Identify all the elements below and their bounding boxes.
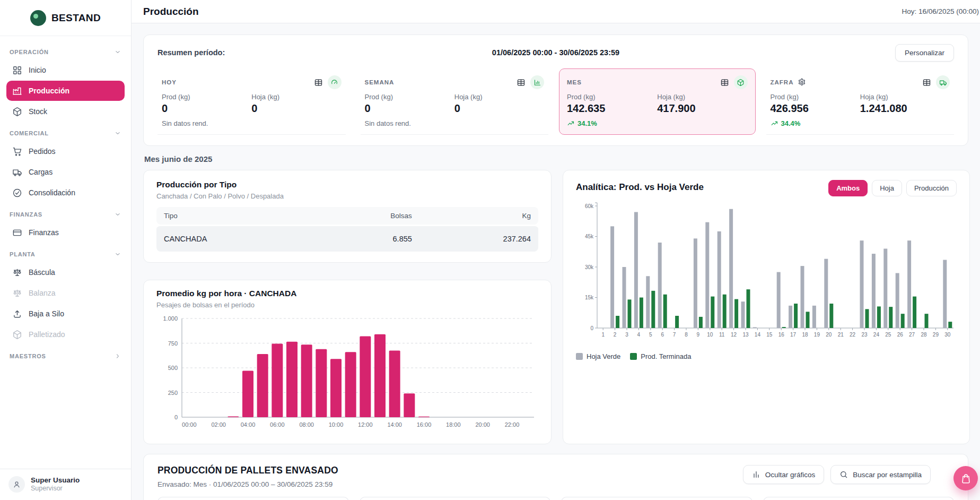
nav-section-finanzas: FINANZASFinanzas <box>6 206 125 243</box>
svg-text:13: 13 <box>742 332 749 338</box>
gauge-icon-badge[interactable] <box>328 75 342 89</box>
scale-icon <box>12 288 22 298</box>
toggle-hoja[interactable]: Hoja <box>872 180 902 196</box>
pallet-card-top <box>360 497 551 500</box>
stat-metric: Prod (kg)0 <box>162 93 251 115</box>
brand-name: BESTAND <box>51 12 101 24</box>
table-row[interactable]: CANCHADA6.855237.264 <box>156 225 538 252</box>
cell-kg: 237.264 <box>419 225 538 252</box>
personalize-button[interactable]: Personalizar <box>895 44 954 62</box>
sidebar-item-finanzas[interactable]: Finanzas <box>6 222 125 243</box>
svg-text:750: 750 <box>168 340 178 347</box>
trend-up-icon <box>771 119 778 127</box>
svg-text:22:00: 22:00 <box>505 421 520 428</box>
svg-text:27: 27 <box>909 332 915 338</box>
left-column: Producción por Tipo Canchada / Con Palo … <box>143 170 552 444</box>
trend-up-icon <box>567 119 575 127</box>
stat-metric-value: 1.241.080 <box>860 102 950 115</box>
stat-metric-label: Hoja (kg) <box>860 93 950 101</box>
sidebar-item-label: Finanzas <box>29 228 59 237</box>
sidebar-item-label: Inicio <box>29 66 46 74</box>
stat-card-mes[interactable]: MESProd (kg)142.635Hoja (kg)417.90034.1% <box>559 68 756 135</box>
stat-period-label: MES <box>567 79 582 85</box>
svg-text:00:00: 00:00 <box>182 421 197 428</box>
tipo-card-subtitle: Canchada / Con Palo / Polvo / Despalada <box>156 192 538 200</box>
svg-text:2: 2 <box>614 332 617 338</box>
sidebar-item-balanza[interactable]: Balanza <box>6 283 125 303</box>
toggle-producción[interactable]: Producción <box>906 180 957 196</box>
fab-bag-button[interactable] <box>953 466 978 490</box>
package-icon <box>12 330 22 340</box>
nav-section-label[interactable]: MAESTROS <box>6 348 125 364</box>
dashboard-grid: Producción por Tipo Canchada / Con Palo … <box>143 170 968 444</box>
sidebar-item-cargas[interactable]: Cargas <box>6 162 125 182</box>
nav-section-title: PLANTA <box>10 251 36 257</box>
analytics-toggle-group: AmbosHojaProducción <box>828 180 957 196</box>
nav-section-label[interactable]: PLANTA <box>6 246 125 262</box>
sidebar-item-pedidos[interactable]: Pedidos <box>6 141 125 161</box>
svg-text:8: 8 <box>685 332 688 338</box>
stat-footnote: 34.1% <box>567 118 748 128</box>
stat-card-hoy[interactable]: HOYProd (kg)0Hoja (kg)0Sin datos rend. <box>158 69 346 135</box>
table-icon <box>720 78 729 87</box>
toggle-ambos[interactable]: Ambos <box>828 180 868 196</box>
chart-icon-badge[interactable] <box>530 75 544 89</box>
svg-text:24: 24 <box>873 332 880 338</box>
trend-value: 34.1% <box>578 119 597 127</box>
pallet-card-top <box>763 497 955 500</box>
hourly-chart-title: Promedio kg por hora · CANCHADA <box>156 289 538 298</box>
table-col-bolsas: Bolsas <box>318 207 419 225</box>
stat-card-zafra[interactable]: ZAFRAProd (kg)426.956Hoja (kg)1.241.0803… <box>766 69 955 135</box>
stat-card-semana[interactable]: SEMANAProd (kg)0Hoja (kg)0Sin datos rend… <box>361 69 549 135</box>
tipo-card-title: Producción por Tipo <box>156 180 538 189</box>
stat-head: SEMANA <box>365 75 545 89</box>
search-stamp-button[interactable]: Buscar por estampilla <box>830 465 931 484</box>
svg-text:16:00: 16:00 <box>417 421 432 428</box>
svg-text:23: 23 <box>861 332 868 338</box>
svg-text:28: 28 <box>921 332 927 338</box>
legend-label: Hoja Verde <box>587 352 620 360</box>
sidebar-item-consolidación[interactable]: Consolidación <box>6 183 125 203</box>
sidebar-item-palletizado[interactable]: Palletizado <box>6 324 125 344</box>
sidebar-item-stock[interactable]: Stock <box>6 101 125 122</box>
pallets-controls: Ocultar gráficos Buscar por estampilla <box>743 465 931 484</box>
svg-text:20: 20 <box>826 332 832 338</box>
chevron-down-icon <box>114 130 121 137</box>
nav-section-label[interactable]: FINANZAS <box>6 206 125 222</box>
table-col-tipo: Tipo <box>156 207 318 225</box>
svg-text:19: 19 <box>814 332 820 338</box>
nav-section-title: FINANZAS <box>10 211 42 218</box>
truck-icon-badge[interactable] <box>936 75 950 89</box>
sidebar-item-baja-a-silo[interactable]: Baja a Silo <box>6 304 125 324</box>
sidebar-item-inicio[interactable]: Inicio <box>6 60 125 80</box>
top-bar: Producción Hoy: 16/06/2025 (00:00) <box>132 0 980 23</box>
table-icon <box>517 78 526 87</box>
stat-actions <box>720 75 748 89</box>
sidebar-item-label: Balanza <box>29 289 56 297</box>
stat-actions <box>314 75 342 89</box>
search-icon <box>839 470 848 479</box>
nav-section-label[interactable]: OPERACIÓN <box>6 44 125 59</box>
stat-metric-value: 142.635 <box>567 102 657 115</box>
legend-swatch <box>576 353 583 360</box>
box-icon-badge[interactable] <box>734 75 748 89</box>
summary-header: Resumen período: 01/06/2025 00:00 - 30/0… <box>158 44 954 62</box>
hide-charts-button[interactable]: Ocultar gráficos <box>743 465 825 484</box>
analytics-grouped-bar-chart: 015k30k45k60k123456789101112131415161718… <box>576 196 957 346</box>
svg-text:0: 0 <box>590 325 593 331</box>
stat-metric-label: Prod (kg) <box>771 93 860 101</box>
stat-footnote: Sin datos rend. <box>365 118 545 128</box>
legend-item-prod-terminada: Prod. Terminada <box>630 352 691 360</box>
pallet-card-top <box>561 497 752 500</box>
gear-icon <box>798 78 806 87</box>
user-footer[interactable]: Super Usuario Supervisor <box>0 469 131 500</box>
sidebar-item-producción[interactable]: Producción <box>6 81 125 101</box>
sidebar-item-báscula[interactable]: Báscula <box>6 262 125 282</box>
stat-actions <box>517 75 544 89</box>
stat-head: ZAFRA <box>771 75 950 89</box>
stat-metric-value: 0 <box>162 102 251 115</box>
svg-text:12: 12 <box>731 332 737 338</box>
stat-metric-label: Prod (kg) <box>567 93 657 101</box>
nav-section-label[interactable]: COMERCIAL <box>6 125 125 141</box>
svg-text:3: 3 <box>625 332 628 338</box>
